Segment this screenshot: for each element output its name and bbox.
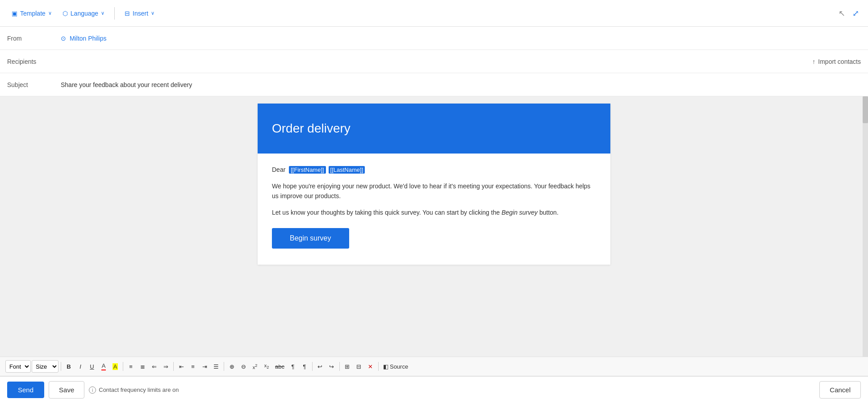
- para-mark-button[interactable]: ¶: [288, 361, 298, 372]
- email-header-title: Order delivery: [272, 121, 351, 136]
- email-header-banner: Order delivery: [258, 104, 610, 154]
- begin-survey-button[interactable]: Begin survey: [272, 228, 349, 249]
- bottom-bar: Send Save i Contact frequency limits are…: [0, 376, 868, 403]
- font-select[interactable]: Font: [5, 360, 31, 373]
- undo-icon: ↩: [317, 363, 322, 370]
- superscript-icon: x2: [253, 363, 258, 370]
- indent-less-button[interactable]: ⇐: [149, 361, 159, 372]
- subject-label: Subject: [7, 81, 61, 88]
- highlight-icon: A: [113, 363, 118, 370]
- import-contacts-button[interactable]: ↑ Import contacts: [812, 58, 861, 65]
- email-para-1: We hope you're enjoying your new product…: [272, 181, 596, 201]
- link-icon: ⊕: [230, 363, 234, 370]
- subject-value: Share your feedback about your recent de…: [61, 81, 192, 88]
- import-contacts-label: Import contacts: [818, 58, 861, 65]
- person-icon: ⊙: [61, 35, 66, 42]
- font-color-button[interactable]: A: [98, 361, 109, 372]
- superscript-button[interactable]: x2: [250, 361, 260, 372]
- size-select[interactable]: Size: [32, 360, 58, 373]
- table-icon: ⊞: [345, 363, 350, 370]
- align-right-icon: ⇥: [202, 363, 207, 370]
- justify-button[interactable]: ☰: [211, 361, 221, 372]
- language-chevron-icon: ∨: [101, 10, 104, 16]
- greeting-text: Dear: [272, 166, 285, 173]
- scrollbar-thumb[interactable]: [863, 96, 868, 123]
- insert-chevron-icon: ∨: [151, 10, 154, 16]
- insert-icon: ⊟: [125, 10, 130, 17]
- language-icon: ⬡: [63, 10, 68, 17]
- from-value: Milton Philips: [70, 35, 106, 42]
- block-quote-icon: ¶: [303, 363, 306, 370]
- template-label: Template: [20, 10, 46, 17]
- template-icon: ▣: [12, 10, 17, 17]
- undo-button[interactable]: ↩: [315, 361, 326, 372]
- save-button[interactable]: Save: [49, 381, 84, 399]
- strikethrough-icon: abc: [275, 363, 284, 370]
- subject-field: Subject Share your feedback about your r…: [0, 73, 868, 96]
- clear-format-button[interactable]: ✕: [365, 361, 376, 372]
- align-right-button[interactable]: ⇥: [199, 361, 210, 372]
- bullet-list-button[interactable]: ≡: [125, 361, 136, 372]
- num-list-button[interactable]: ≣: [137, 361, 148, 372]
- language-button[interactable]: ⬡ Language ∨: [58, 7, 109, 20]
- subscript-icon: x2: [264, 363, 269, 370]
- table-button[interactable]: ⊞: [342, 361, 353, 372]
- para2-end: button.: [538, 209, 559, 216]
- freq-notice: i Contact frequency limits are on: [89, 386, 179, 394]
- unlink-icon: ⊖: [241, 363, 246, 370]
- link-button[interactable]: ⊕: [226, 361, 237, 372]
- para-mark-icon: ¶: [291, 363, 294, 370]
- freq-notice-text: Contact frequency limits are on: [99, 386, 179, 393]
- fmt-sep-6: [339, 362, 340, 371]
- email-para-2: Let us know your thoughts by taking this…: [272, 208, 596, 217]
- image-icon: ⊟: [356, 363, 361, 370]
- highlight-button[interactable]: A: [110, 361, 121, 372]
- first-name-tag: [[FirstName]]: [289, 166, 326, 174]
- clear-format-icon: ✕: [368, 363, 373, 370]
- from-field: From ⊙ Milton Philips: [0, 27, 868, 50]
- fmt-sep-5: [312, 362, 313, 371]
- from-label: From: [7, 35, 61, 42]
- underline-button[interactable]: U: [87, 361, 97, 372]
- indent-more-button[interactable]: ⇒: [160, 361, 171, 372]
- indent-more-icon: ⇒: [163, 363, 168, 370]
- insert-button[interactable]: ⊟ Insert ∨: [120, 7, 159, 20]
- strikethrough-button[interactable]: abc: [273, 361, 287, 372]
- template-button[interactable]: ▣ Template ∨: [7, 7, 56, 20]
- subscript-button[interactable]: x2: [261, 361, 272, 372]
- upload-icon: ↑: [812, 58, 815, 65]
- fmt-sep-2: [123, 362, 123, 371]
- fmt-sep-4: [224, 362, 224, 371]
- toolbar-separator: [114, 7, 115, 20]
- recipients-field[interactable]: Recipients ↑ Import contacts: [0, 50, 868, 73]
- info-icon: i: [89, 386, 96, 394]
- cursor-indicator: ↖: [839, 8, 845, 18]
- email-body-area: Order delivery Dear [[FirstName]] [[Last…: [0, 96, 868, 357]
- redo-icon: ↪: [329, 363, 334, 370]
- bullet-list-icon: ≡: [129, 363, 133, 370]
- fmt-sep-3: [173, 362, 174, 371]
- redo-button[interactable]: ↪: [326, 361, 337, 372]
- block-quote-button[interactable]: ¶: [299, 361, 310, 372]
- italic-button[interactable]: I: [75, 361, 86, 372]
- cancel-button[interactable]: Cancel: [819, 381, 861, 399]
- language-label: Language: [71, 10, 98, 17]
- bold-button[interactable]: B: [63, 361, 74, 372]
- fmt-sep-7: [378, 362, 379, 371]
- font-color-icon: A: [101, 362, 106, 370]
- align-left-button[interactable]: ⇤: [176, 361, 187, 372]
- send-button[interactable]: Send: [7, 382, 44, 398]
- justify-icon: ☰: [213, 363, 219, 370]
- num-list-icon: ≣: [140, 363, 145, 370]
- expand-icon: ⤢: [852, 9, 859, 18]
- unlink-button[interactable]: ⊖: [238, 361, 249, 372]
- align-left-icon: ⇤: [179, 363, 184, 370]
- align-center-button[interactable]: ≡: [188, 361, 198, 372]
- image-button[interactable]: ⊟: [354, 361, 364, 372]
- source-icon: ◧: [383, 363, 388, 370]
- last-name-tag: [[LastName]]: [329, 166, 365, 174]
- expand-button[interactable]: ⤢: [851, 7, 861, 20]
- source-button[interactable]: ◧ Source: [381, 361, 410, 372]
- scrollbar-track[interactable]: [863, 96, 868, 357]
- fmt-sep-1: [61, 362, 61, 371]
